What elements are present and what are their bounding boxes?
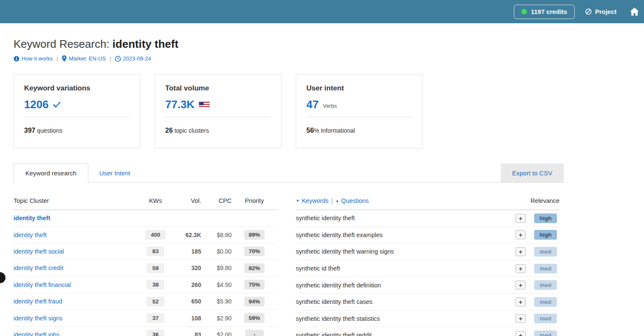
tab-keyword-research[interactable]: Keyword research: [14, 164, 88, 183]
verbs-count: 47: [306, 98, 319, 111]
credits-label: 1197 credits: [531, 8, 567, 15]
keywords-table: ▼ Keywords | ▲ Questions Relevance synth…: [296, 194, 559, 336]
volume-value: 62.3K: [186, 232, 201, 238]
card-keyword-variations: Keyword variations 1206 397 questions: [14, 74, 140, 148]
home-button[interactable]: [630, 8, 639, 16]
date-link[interactable]: 2023-09-24: [115, 55, 151, 62]
cpc-value: $0.00: [217, 248, 232, 255]
how-it-works-link[interactable]: How it works: [14, 55, 53, 62]
topbar: 1197 credits Project: [0, 0, 644, 23]
priority-badge: 59%: [244, 313, 264, 323]
tab-user-intent[interactable]: User Intent: [88, 164, 141, 182]
priority-badge: -: [245, 330, 264, 336]
export-to-csv-button[interactable]: Export to CSV: [501, 164, 564, 182]
column-cpc: CPC: [218, 197, 232, 204]
cluster-name-link[interactable]: identity theft social: [14, 248, 140, 255]
add-keyword-button[interactable]: +: [516, 264, 526, 273]
priority-badge: 94%: [244, 297, 264, 306]
cluster-group-row: identity theft: [14, 210, 277, 227]
table-row: identity theft 400 62.3K $8.80 89%: [14, 227, 277, 243]
add-keyword-button[interactable]: +: [516, 298, 526, 306]
keywords-table-header: ▼ Keywords | ▲ Questions Relevance: [296, 194, 559, 210]
total-volume-value: 77.3K: [165, 98, 194, 111]
sort-questions-link[interactable]: ▲ Questions: [335, 197, 368, 204]
home-icon: [630, 8, 639, 16]
priority-badge: 82%: [244, 263, 264, 273]
priority-badge: 89%: [244, 230, 264, 240]
add-keyword-button[interactable]: +: [516, 314, 526, 323]
keyword-text: synthetic identity theft reddit: [296, 332, 516, 336]
tabs-bar: Keyword research User Intent Export to C…: [14, 164, 564, 183]
relevance-badge: med: [534, 264, 557, 273]
volume-value: 108: [191, 315, 201, 322]
card-title: Total volume: [165, 84, 271, 93]
cpc-value: $9.80: [217, 265, 232, 271]
column-priority: Priority: [245, 197, 264, 204]
keyword-row: synthetic identity theft definition + me…: [296, 277, 559, 294]
cluster-group-link[interactable]: identity theft: [14, 215, 50, 221]
column-kws: KWs: [149, 197, 162, 204]
relevance-badge: med: [534, 247, 557, 257]
table-row: identity theft fraud 52 650 $5.90 94%: [14, 293, 277, 310]
add-keyword-button[interactable]: +: [516, 230, 526, 239]
keyword-text: synthetic identity theft examples: [296, 232, 516, 238]
relevance-badge: med: [534, 280, 557, 290]
relevance-badge: high: [534, 230, 557, 240]
page-title: Keyword Research: identity theft: [14, 38, 644, 51]
card-total-volume: Total volume 77.3K 26 topic clusters: [155, 74, 281, 148]
cpc-value: $2.00: [217, 331, 232, 336]
keyword-text: synthetic id theft: [296, 265, 516, 272]
side-widget-handle[interactable]: [0, 272, 5, 283]
keyword-row: synthetic identity theft statistics + me…: [296, 311, 559, 328]
add-keyword-button[interactable]: +: [516, 331, 526, 336]
cluster-name-link[interactable]: identity theft fraud: [14, 298, 140, 305]
sort-keywords-link[interactable]: ▼ Keywords: [296, 197, 329, 204]
column-vol: Vol.: [191, 197, 201, 204]
cluster-name-link[interactable]: identity theft signs: [14, 315, 140, 322]
topic-cluster-table: Topic Cluster KWs Vol. CPC Priority iden…: [14, 194, 277, 336]
card-divider: [24, 117, 130, 117]
kws-count-badge: 83: [147, 246, 164, 256]
cluster-name-link[interactable]: identity theft jobs: [14, 331, 140, 336]
kws-count-badge: 59: [147, 263, 164, 273]
relevance-badge: med: [534, 297, 557, 307]
us-flag-icon: [199, 101, 210, 108]
keyword-row: synthetic id theft + med: [296, 260, 559, 277]
separator: |: [109, 55, 111, 62]
cluster-name-link[interactable]: identity theft: [14, 232, 140, 238]
cluster-name-link[interactable]: identity theft credit: [14, 265, 140, 271]
table-row: identity theft jobs 36 83 $2.00 -: [14, 327, 277, 336]
cpc-value: $8.80: [217, 232, 232, 238]
market-link[interactable]: Market: EN-US: [62, 55, 106, 62]
credits-button[interactable]: 1197 credits: [514, 5, 575, 19]
keyword-row: synthetic identity theft + high: [296, 210, 559, 227]
add-keyword-button[interactable]: +: [516, 281, 526, 290]
keyword-text: synthetic identity theft statistics: [296, 315, 516, 322]
card-title: Keyword variations: [24, 84, 130, 93]
cpc-value: $2.90: [217, 315, 232, 322]
priority-badge: 70%: [244, 246, 264, 256]
volume-value: 83: [194, 331, 201, 336]
project-button[interactable]: Project: [585, 8, 617, 15]
keyword-rows: synthetic identity theft + high syntheti…: [296, 210, 559, 336]
volume-value: 650: [191, 298, 201, 305]
table-row: identity theft credit 59 320 $9.80 82%: [14, 260, 277, 276]
add-keyword-button[interactable]: +: [516, 214, 526, 223]
cluster-name-link[interactable]: identity theft financial: [14, 281, 140, 288]
kws-count-badge: 36: [147, 330, 164, 336]
stat-cards-row: Keyword variations 1206 397 questions To…: [14, 74, 644, 148]
main-content: Keyword Research: identity theft How it …: [0, 38, 644, 148]
table-row: identity theft signs 37 108 $2.90 59%: [14, 310, 277, 326]
check-icon: [53, 101, 61, 108]
separator: |: [331, 197, 333, 204]
add-keyword-button[interactable]: +: [516, 247, 526, 256]
clock-icon: [115, 56, 121, 62]
variations-count: 1206: [24, 98, 49, 111]
relevance-badge: med: [534, 331, 557, 336]
verbs-label: Verbs: [323, 103, 337, 109]
keyword-row: synthetic identity theft cases + med: [296, 294, 559, 311]
location-pin-icon: [62, 55, 67, 62]
page-title-prefix: Keyword Research:: [14, 38, 112, 50]
project-icon: [585, 8, 592, 15]
kws-count-badge: 38: [147, 280, 164, 290]
